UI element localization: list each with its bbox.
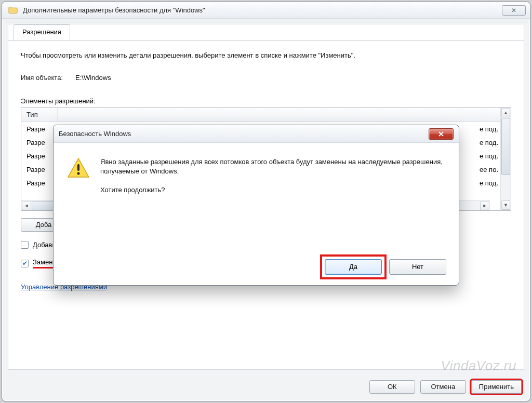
column-type[interactable]: Тип bbox=[21, 108, 58, 122]
apply-button[interactable]: Применить bbox=[471, 380, 522, 394]
checkmark-icon: ✔ bbox=[22, 260, 28, 266]
dialog-titlebar[interactable]: Безопасность Windows bbox=[54, 125, 459, 143]
scroll-left-icon[interactable]: ◄ bbox=[22, 201, 31, 210]
titlebar[interactable]: Дополнительные параметры безопасности дл… bbox=[2, 2, 530, 19]
checkbox-inherit-parent[interactable] bbox=[21, 241, 29, 249]
cancel-button[interactable]: Отмена bbox=[420, 380, 466, 394]
svg-point-1 bbox=[77, 172, 80, 175]
folder-icon bbox=[8, 6, 18, 14]
cell-type: Разре bbox=[21, 177, 58, 189]
cell-type: Разре bbox=[21, 164, 58, 176]
yes-button[interactable]: Да bbox=[325, 259, 382, 275]
dialog-close-button[interactable] bbox=[429, 128, 454, 140]
scroll-right-icon[interactable]: ► bbox=[480, 201, 489, 210]
dialog-message-2: Хотите продолжить? bbox=[100, 185, 445, 195]
close-button[interactable]: ✕ bbox=[502, 5, 526, 16]
scroll-down-icon[interactable]: ▼ bbox=[501, 200, 510, 210]
no-button[interactable]: Нет bbox=[389, 259, 446, 275]
dialog-message-1: Явно заданные разрешения для всех потомк… bbox=[100, 157, 445, 176]
security-confirm-dialog: Безопасность Windows Явно заданные разре… bbox=[53, 125, 459, 286]
close-icon bbox=[438, 131, 444, 137]
permission-list-label: Элементы разрешений: bbox=[21, 97, 511, 105]
checkbox-replace-child[interactable]: ✔ bbox=[21, 260, 29, 267]
scroll-thumb[interactable] bbox=[501, 118, 510, 175]
dialog-title: Безопасность Windows bbox=[59, 130, 131, 138]
tab-permissions[interactable]: Разрешения bbox=[14, 24, 70, 41]
scroll-up-icon[interactable]: ▲ bbox=[501, 108, 510, 117]
warning-icon bbox=[67, 157, 90, 178]
object-path: E:\Windows bbox=[75, 74, 111, 82]
window-title: Дополнительные параметры безопасности дл… bbox=[23, 6, 205, 14]
svg-rect-0 bbox=[77, 164, 79, 171]
object-label: Имя объекта: bbox=[21, 74, 63, 82]
intro-text: Чтобы просмотреть или изменить детали ра… bbox=[21, 51, 511, 59]
cell-type: Разре bbox=[21, 150, 58, 162]
cell-type: Разре bbox=[21, 123, 58, 135]
vertical-scrollbar[interactable]: ▲ ▼ bbox=[500, 108, 511, 210]
cell-type: Разре bbox=[21, 137, 58, 149]
ok-button[interactable]: ОК bbox=[369, 380, 415, 394]
